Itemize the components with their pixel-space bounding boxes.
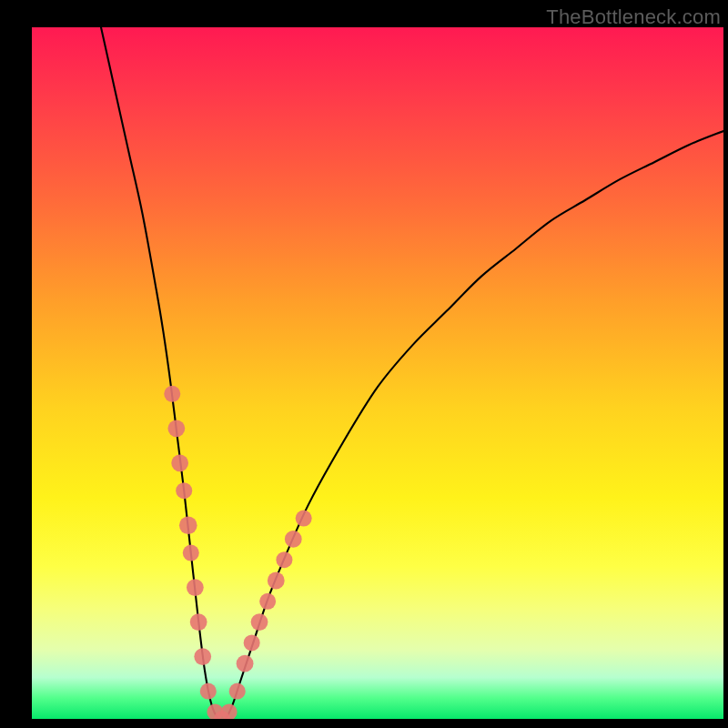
data-marker	[268, 572, 285, 590]
data-marker	[296, 511, 312, 527]
data-marker	[200, 683, 217, 700]
data-marker	[176, 482, 192, 499]
data-marker	[167, 420, 185, 437]
data-marker	[251, 613, 268, 631]
brand-watermark: TheBottleneck.com	[546, 5, 721, 29]
data-marker	[285, 531, 302, 548]
data-marker	[244, 634, 260, 651]
data-marker	[164, 386, 180, 402]
data-marker	[229, 683, 246, 700]
data-marker	[183, 545, 199, 561]
data-marker	[171, 454, 188, 471]
chart-frame: TheBottleneck.com	[0, 0, 728, 728]
data-marker	[221, 703, 238, 719]
data-marker	[237, 655, 254, 672]
data-marker	[190, 613, 207, 631]
data-marker	[276, 551, 292, 568]
data-marker	[259, 593, 276, 610]
marker-group	[164, 386, 311, 719]
data-marker	[179, 516, 197, 534]
plot-area	[32, 27, 723, 719]
data-marker	[187, 579, 204, 596]
chart-svg	[32, 27, 723, 719]
data-marker	[194, 648, 211, 665]
